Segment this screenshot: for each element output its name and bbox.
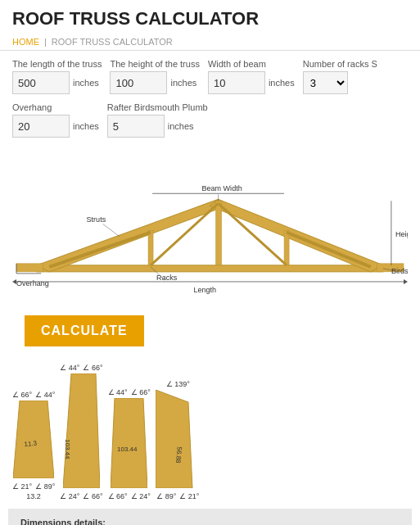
breadcrumb-separator: | <box>44 37 47 47</box>
svg-marker-28 <box>12 279 16 284</box>
truss-length-group: The length of the truss inches <box>12 59 102 94</box>
svg-line-8 <box>49 233 151 267</box>
overhang-unit: inches <box>73 121 99 131</box>
piece3-angle-bottom1: ∠ 66° <box>108 492 128 500</box>
lumber-piece-4: ∠ 139° 56.88 ∠ 89° ∠ 21° <box>156 380 201 500</box>
svg-text:Racks: Racks <box>156 274 178 282</box>
svg-text:11.3: 11.3 <box>24 440 38 448</box>
calculate-button[interactable]: CALCULATE <box>25 315 144 346</box>
rafter-unit: inches <box>168 121 194 131</box>
rafter-label: Rafter Birdsmouth Plumb <box>107 102 208 112</box>
piece1-angle-top2: ∠ 44° <box>35 391 55 399</box>
beam-width-unit: inches <box>269 78 295 88</box>
piece2-angle-top2: ∠ 66° <box>83 364 102 372</box>
svg-text:103.44: 103.44 <box>117 446 138 453</box>
overhang-input[interactable] <box>12 115 70 138</box>
lumber-piece-3: ∠ 44° ∠ 66° 103.44 ∠ 66° ∠ 24° <box>108 388 151 500</box>
rafter-group: Rafter Birdsmouth Plumb inches <box>107 102 208 138</box>
breadcrumb-current: ROOF TRUSS CALCULATOR <box>52 37 173 47</box>
svg-rect-6 <box>148 231 153 265</box>
piece4-angle-top: ∠ 139° <box>166 380 190 388</box>
svg-line-10 <box>287 233 371 267</box>
beam-width-input[interactable] <box>208 71 265 94</box>
racks-label: Number of racks S <box>303 59 377 69</box>
svg-text:Height: Height <box>395 230 408 238</box>
piece3-angle-top2: ∠ 66° <box>131 388 151 396</box>
svg-text:Overhang: Overhang <box>16 279 49 287</box>
lumber-piece-1: ∠ 66° ∠ 44° 11.3 ∠ 21° ∠ 89° 13.2 <box>12 391 55 500</box>
page-title: ROOF TRUSS CALCULATOR <box>12 8 408 29</box>
svg-text:Struts: Struts <box>87 215 106 224</box>
racks-group: Number of racks S 3 4 5 <box>303 59 377 94</box>
svg-line-23 <box>103 224 120 237</box>
piece1-width: 13.2 <box>26 492 41 500</box>
truss-length-input[interactable] <box>12 71 70 94</box>
beam-width-label: Width of beam <box>208 59 295 69</box>
truss-length-label: The length of the truss <box>12 59 102 69</box>
breadcrumb-home[interactable]: HOME <box>12 37 39 47</box>
truss-length-unit: inches <box>73 78 99 88</box>
breadcrumb: HOME | ROOF TRUSS CALCULATOR <box>0 34 420 51</box>
truss-height-input[interactable] <box>110 71 167 94</box>
piece1-angle-bottom1: ∠ 21° <box>12 482 32 491</box>
piece4-angle-bottom2: ∠ 21° <box>179 492 199 500</box>
piece4-angle-bottom1: ∠ 89° <box>156 492 176 500</box>
truss-height-group: The height of the truss inches <box>110 59 199 94</box>
svg-marker-32 <box>63 373 100 488</box>
svg-rect-3 <box>16 264 43 272</box>
piece2-angle-bottom1: ∠ 24° <box>60 492 79 500</box>
svg-marker-34 <box>111 398 147 488</box>
piece3-angle-bottom2: ∠ 24° <box>131 492 151 500</box>
lumber-piece-2: ∠ 44° ∠ 66° 103.44 ∠ 24° ∠ 66° <box>60 364 102 500</box>
svg-marker-36 <box>156 390 192 488</box>
svg-text:Beam Width: Beam Width <box>201 184 242 192</box>
overhang-label: Overhang <box>12 102 99 112</box>
racks-select[interactable]: 3 4 5 <box>303 71 348 94</box>
dimensions-section: Dimensions details: Base rafter: 500 inc… <box>8 509 412 525</box>
svg-rect-7 <box>284 231 289 265</box>
svg-marker-29 <box>404 279 408 284</box>
svg-rect-5 <box>216 201 222 265</box>
svg-text:56.88: 56.88 <box>174 446 183 464</box>
svg-text:103.44: 103.44 <box>63 439 70 459</box>
svg-text:Length: Length <box>193 286 216 294</box>
rafter-input[interactable] <box>107 115 165 138</box>
beam-width-group: Width of beam inches <box>208 59 295 94</box>
piece3-angle-top1: ∠ 44° <box>108 388 128 396</box>
piece2-angle-bottom2: ∠ 66° <box>83 492 102 500</box>
piece1-angle-bottom2: ∠ 89° <box>35 482 55 491</box>
truss-diagram-section: Beam Width Height Birdsmouth Overhang St… <box>0 154 420 305</box>
dimensions-title: Dimensions details: <box>20 515 400 525</box>
truss-height-label: The height of the truss <box>110 59 199 69</box>
overhang-group: Overhang inches <box>12 102 99 138</box>
svg-text:Birdsmouth: Birdsmouth <box>391 267 408 275</box>
piece1-angle-top1: ∠ 66° <box>12 391 32 399</box>
svg-rect-0 <box>37 265 383 272</box>
input-form: The length of the truss inches The heigh… <box>0 51 420 154</box>
truss-height-unit: inches <box>170 78 196 88</box>
piece2-angle-top1: ∠ 44° <box>60 364 79 372</box>
